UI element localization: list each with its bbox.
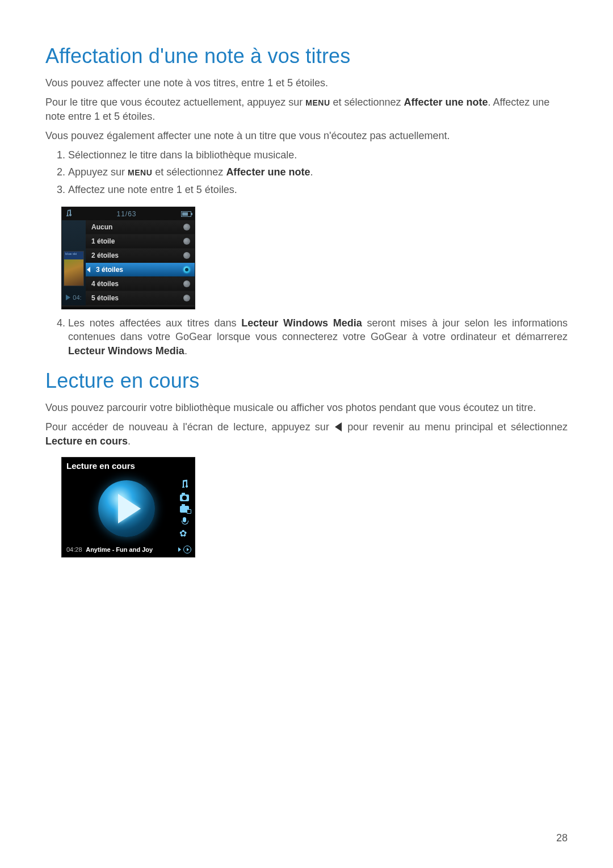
text: Appuyez sur xyxy=(68,166,128,178)
camera-icon xyxy=(180,494,189,501)
rating-option-3stars[interactable]: 3 étoiles xyxy=(86,263,195,277)
text: et sélectionnez xyxy=(330,97,404,108)
option-label: 2 étoiles xyxy=(91,251,119,259)
microphone-icon xyxy=(182,517,187,525)
paragraph: Vous pouvez également affecter une note … xyxy=(45,129,568,142)
rating-option-2stars[interactable]: 2 étoiles xyxy=(86,249,195,263)
option-label: 1 étoile xyxy=(91,237,115,245)
device-left-panel: blue ski 04: xyxy=(62,220,86,305)
radio-indicator xyxy=(183,224,190,230)
page-number: 28 xyxy=(556,832,568,844)
step-item: Sélectionnez le titre dans la bibliothèq… xyxy=(68,148,568,162)
bold-text: Lecteur Windows Media xyxy=(68,345,184,357)
paragraph: Vous pouvez parcourir votre bibliothèque… xyxy=(45,401,568,414)
document-page: Affectation d'une note à vos titres Vous… xyxy=(0,0,613,868)
rating-option-5stars[interactable]: 5 étoiles xyxy=(86,291,195,305)
text: Pour accéder de nouveau à l'écran de lec… xyxy=(45,421,334,433)
radio-indicator xyxy=(183,295,190,301)
rating-option-list: Aucun 1 étoile 2 étoiles 3 étoiles 4 éto… xyxy=(86,220,195,305)
chevron-right-icon xyxy=(178,547,181,552)
radio-indicator xyxy=(183,280,190,287)
paragraph: Pour accéder de nouveau à l'écran de lec… xyxy=(45,420,568,448)
radio-indicator-selected xyxy=(183,266,190,273)
music-icon xyxy=(180,480,189,490)
option-label: 4 étoiles xyxy=(91,280,119,288)
track-title: Anytime - Fun and Joy xyxy=(86,546,153,553)
camera-multi-icon xyxy=(180,506,189,513)
step-item: Affectez une note entre 1 et 5 étoiles. xyxy=(68,183,568,196)
text: Pour le titre que vous écoutez actuellem… xyxy=(45,97,305,108)
elapsed-time: 04: xyxy=(73,294,81,301)
play-ring-icon xyxy=(183,546,191,553)
rating-option-none[interactable]: Aucun xyxy=(86,220,195,234)
paragraph: Vous pouvez affecter une note à vos titr… xyxy=(45,76,568,90)
bold-text: Affecter une note xyxy=(226,166,310,178)
option-label: 3 étoiles xyxy=(91,266,123,274)
device-statusbar: 11/63 xyxy=(62,207,195,220)
bold-text: Lecteur Windows Media xyxy=(241,317,362,329)
section-heading-rating: Affectation d'une note à vos titres xyxy=(45,44,568,68)
menu-key-label: MENU xyxy=(305,98,330,107)
paragraph: Pour le titre que vous écoutez actuellem… xyxy=(45,95,568,123)
text: . xyxy=(184,345,187,357)
side-icon-list xyxy=(174,474,195,543)
text: et sélectionnez xyxy=(152,166,226,178)
step-item: Appuyez sur MENU et sélectionnez Affecte… xyxy=(68,165,568,179)
device-screenshot-nowplaying: Lecture en cours 04:28 Anytime - Fun and… xyxy=(61,457,195,557)
track-counter: 11/63 xyxy=(72,210,181,218)
track-time: 04:28 xyxy=(66,546,82,553)
text: Les notes affectées aux titres dans xyxy=(68,317,241,329)
option-label: 5 étoiles xyxy=(91,294,119,302)
radio-indicator xyxy=(183,252,190,259)
bold-text: Lecture en cours xyxy=(45,435,128,447)
thumbnail-caption: blue ski xyxy=(65,252,77,255)
big-play-icon xyxy=(98,480,155,537)
gear-icon xyxy=(180,530,188,538)
play-icon xyxy=(66,295,70,300)
rating-option-4stars[interactable]: 4 étoiles xyxy=(86,277,195,291)
device-screen-title: Lecture en cours xyxy=(62,458,195,474)
step-item: Les notes affectées aux titres dans Lect… xyxy=(68,316,568,358)
section-heading-now-playing: Lecture en cours xyxy=(45,369,568,393)
album-thumbnail: blue ski xyxy=(64,251,84,286)
option-label: Aucun xyxy=(91,223,112,231)
text: pour revenir au menu principal et sélect… xyxy=(343,421,568,433)
ordered-steps-continued: Les notes affectées aux titres dans Lect… xyxy=(45,316,568,358)
rating-option-1star[interactable]: 1 étoile xyxy=(86,234,195,249)
back-triangle-icon xyxy=(335,422,342,431)
device-screenshot-rating: 11/63 blue ski 04: Aucun 1 xyxy=(61,207,195,309)
device-bottom-bar xyxy=(62,305,195,309)
text: . xyxy=(310,166,313,178)
menu-key-label: MENU xyxy=(128,168,152,177)
radio-indicator xyxy=(183,238,190,245)
text: . xyxy=(128,435,131,447)
ordered-steps: Sélectionnez le titre dans la bibliothèq… xyxy=(45,148,568,196)
bold-text: Affecter une note xyxy=(404,97,488,108)
music-note-icon xyxy=(65,209,72,218)
device-now-playing-bar: 04:28 Anytime - Fun and Joy xyxy=(62,543,195,557)
play-graphic xyxy=(62,474,174,543)
battery-icon xyxy=(181,211,191,217)
